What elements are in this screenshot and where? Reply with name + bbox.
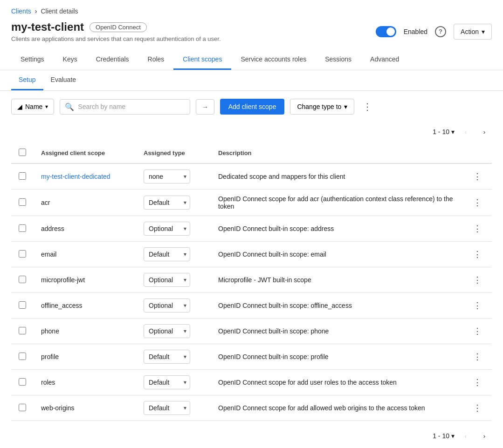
- page-range-chevron-top: ▾: [451, 128, 455, 136]
- th-actions: [463, 143, 492, 163]
- type-select[interactable]: noneDefaultOptional: [144, 222, 190, 236]
- row-more-cell: ⋮: [463, 190, 492, 216]
- search-arrow-button[interactable]: →: [196, 99, 214, 115]
- type-select[interactable]: noneDefaultOptional: [144, 247, 190, 261]
- row-more-button[interactable]: ⋮: [470, 273, 484, 287]
- page-range-top[interactable]: 1 - 10 ▾: [433, 128, 455, 136]
- row-checkbox[interactable]: [19, 224, 26, 232]
- type-select[interactable]: noneDefaultOptional: [144, 196, 190, 210]
- sub-tab-evaluate[interactable]: Evaluate: [43, 70, 83, 90]
- row-type-cell: noneDefaultOptional▾: [136, 163, 211, 190]
- row-scope-name: microprofile-jwt: [34, 267, 136, 293]
- client-header-left: my-test-client OpenID Connect Clients ar…: [11, 20, 221, 42]
- row-description: OpenID Connect scope for add allowed web…: [211, 395, 463, 421]
- row-more-button[interactable]: ⋮: [470, 247, 484, 261]
- filter-label: Name: [25, 103, 42, 110]
- table-row: offline_accessnoneDefaultOptional▾OpenID…: [11, 293, 492, 319]
- tab-roles[interactable]: Roles: [138, 50, 174, 70]
- search-wrapper: 🔍: [60, 99, 190, 115]
- sub-tabs-container: Setup Evaluate: [0, 70, 503, 91]
- row-more-cell: ⋮: [463, 163, 492, 190]
- row-checkbox[interactable]: [19, 250, 26, 258]
- row-checkbox-cell: [11, 163, 34, 190]
- row-more-cell: ⋮: [463, 370, 492, 395]
- client-title-row: my-test-client OpenID Connect: [11, 20, 221, 34]
- table-wrapper: Assigned client scope Assigned type Desc…: [0, 143, 503, 421]
- row-description: OpenID Connect built-in scope: phone: [211, 319, 463, 344]
- row-scope-name: roles: [34, 370, 136, 395]
- add-client-scope-button[interactable]: Add client scope: [220, 99, 285, 115]
- row-more-button[interactable]: ⋮: [470, 299, 484, 312]
- row-more-button[interactable]: ⋮: [470, 196, 484, 210]
- breadcrumb-clients-link[interactable]: Clients: [11, 7, 31, 15]
- client-name: my-test-client: [11, 20, 84, 34]
- client-header: my-test-client OpenID Connect Clients ar…: [0, 19, 503, 50]
- page-prev-bottom[interactable]: ‹: [458, 428, 473, 443]
- search-input[interactable]: [78, 103, 185, 110]
- tab-advanced[interactable]: Advanced: [361, 50, 408, 70]
- type-select[interactable]: noneDefaultOptional: [144, 170, 190, 183]
- scopes-table: Assigned client scope Assigned type Desc…: [11, 143, 492, 421]
- table-row: microprofile-jwtnoneDefaultOptional▾Micr…: [11, 267, 492, 293]
- row-checkbox[interactable]: [19, 198, 26, 206]
- sub-tab-setup[interactable]: Setup: [11, 70, 43, 90]
- tab-sessions[interactable]: Sessions: [316, 50, 361, 70]
- row-checkbox[interactable]: [19, 301, 26, 309]
- tab-client-scopes[interactable]: Client scopes: [173, 50, 231, 70]
- breadcrumb-separator: ›: [35, 7, 37, 15]
- page-next-top[interactable]: ›: [477, 124, 492, 139]
- row-more-button[interactable]: ⋮: [470, 324, 484, 338]
- type-select[interactable]: noneDefaultOptional: [144, 401, 190, 415]
- page-range-bottom[interactable]: 1 - 10 ▾: [433, 432, 455, 440]
- row-more-button[interactable]: ⋮: [470, 375, 484, 389]
- enabled-toggle[interactable]: [376, 26, 396, 37]
- type-select[interactable]: noneDefaultOptional: [144, 273, 190, 287]
- pagination-bottom: 1 - 10 ▾ ‹ ›: [0, 421, 503, 448]
- page-range-chevron-bottom: ▾: [451, 432, 455, 440]
- row-scope-name[interactable]: my-test-client-dedicated: [34, 163, 136, 190]
- row-more-button[interactable]: ⋮: [470, 170, 484, 183]
- th-description: Description: [211, 143, 463, 163]
- type-select[interactable]: noneDefaultOptional: [144, 299, 190, 312]
- row-checkbox-cell: [11, 344, 34, 370]
- row-checkbox[interactable]: [19, 353, 26, 360]
- type-select[interactable]: noneDefaultOptional: [144, 324, 190, 338]
- table-row: phonenoneDefaultOptional▾OpenID Connect …: [11, 319, 492, 344]
- type-select[interactable]: noneDefaultOptional: [144, 350, 190, 364]
- row-type-cell: noneDefaultOptional▾: [136, 293, 211, 319]
- row-type-cell: noneDefaultOptional▾: [136, 319, 211, 344]
- row-checkbox[interactable]: [19, 378, 26, 386]
- tab-keys[interactable]: Keys: [54, 50, 87, 70]
- change-type-button[interactable]: Change type to ▾: [290, 99, 354, 115]
- row-more-cell: ⋮: [463, 319, 492, 344]
- row-type-cell: noneDefaultOptional▾: [136, 267, 211, 293]
- action-button[interactable]: Action ▾: [454, 24, 492, 40]
- select-all-checkbox[interactable]: [19, 149, 26, 156]
- row-checkbox[interactable]: [19, 327, 26, 334]
- type-select-wrapper: noneDefaultOptional▾: [144, 324, 190, 338]
- th-assigned-type: Assigned type: [136, 143, 211, 163]
- change-type-chevron-icon: ▾: [344, 103, 347, 110]
- row-checkbox[interactable]: [19, 276, 26, 283]
- row-checkbox[interactable]: [19, 172, 26, 180]
- row-more-button[interactable]: ⋮: [470, 350, 484, 364]
- table-row: profilenoneDefaultOptional▾OpenID Connec…: [11, 344, 492, 370]
- toolbar-more-button[interactable]: ⋮: [360, 98, 375, 115]
- tab-service-accounts-roles[interactable]: Service accounts roles: [231, 50, 316, 70]
- row-more-button[interactable]: ⋮: [470, 401, 484, 415]
- type-select[interactable]: noneDefaultOptional: [144, 375, 190, 389]
- tab-settings[interactable]: Settings: [11, 50, 54, 70]
- row-type-cell: noneDefaultOptional▾: [136, 216, 211, 242]
- row-description: OpenID Connect scope for add acr (authen…: [211, 190, 463, 216]
- pagination-top: 1 - 10 ▾ ‹ ›: [0, 122, 503, 143]
- help-icon[interactable]: ?: [435, 26, 446, 37]
- scope-link[interactable]: my-test-client-dedicated: [41, 173, 110, 180]
- row-description: OpenID Connect scope for add user roles …: [211, 370, 463, 395]
- page-next-bottom[interactable]: ›: [477, 428, 492, 443]
- row-checkbox[interactable]: [19, 404, 26, 411]
- filter-button[interactable]: ◢ Name ▾: [11, 99, 54, 115]
- row-more-button[interactable]: ⋮: [470, 222, 484, 236]
- page-prev-top[interactable]: ‹: [458, 124, 473, 139]
- table-row: my-test-client-dedicatednoneDefaultOptio…: [11, 163, 492, 190]
- tab-credentials[interactable]: Credentials: [87, 50, 138, 70]
